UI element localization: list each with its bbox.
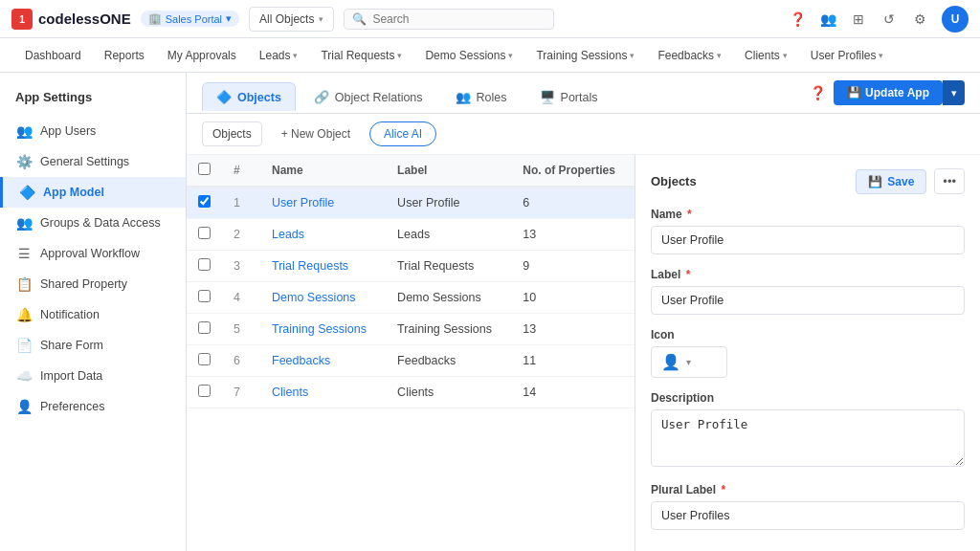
row-name[interactable]: Trial Requests (260, 251, 386, 282)
sidebar-item-share-form[interactable]: 📄 Share Form (0, 330, 186, 361)
label-input[interactable] (651, 286, 965, 315)
select-all-checkbox[interactable] (198, 163, 211, 175)
nav-feedbacks[interactable]: Feedbacks▾ (648, 43, 731, 68)
row-checkbox-cell[interactable] (187, 251, 222, 282)
table-row[interactable]: 4 Demo Sessions Demo Sessions 10 (187, 282, 635, 314)
row-checkbox-cell[interactable] (187, 345, 222, 377)
sidebar-item-import-data[interactable]: ☁️ Import Data (0, 361, 186, 391)
object-link[interactable]: Clients (272, 386, 308, 399)
table-row[interactable]: 1 User Profile User Profile 6 (187, 187, 635, 219)
object-link[interactable]: Training Sessions (272, 322, 367, 336)
tab-objects[interactable]: 🔷 Objects (202, 82, 296, 111)
nav-clients[interactable]: Clients▾ (735, 43, 797, 68)
tab-object-relations[interactable]: 🔗 Object Relations (300, 82, 437, 111)
object-link[interactable]: Trial Requests (272, 259, 348, 273)
row-checkbox-cell[interactable] (187, 282, 222, 314)
name-input[interactable] (651, 226, 965, 254)
sidebar-item-app-users[interactable]: 👥 App Users (0, 116, 186, 146)
nav-trial-requests[interactable]: Trial Requests▾ (311, 43, 412, 68)
nav-training-sessions[interactable]: Training Sessions▾ (526, 43, 644, 68)
object-link[interactable]: Leads (272, 228, 304, 241)
app-badge-arrow: ▾ (226, 12, 232, 25)
row-checkbox-cell[interactable] (187, 314, 222, 345)
row-checkbox[interactable] (198, 195, 211, 208)
description-textarea[interactable] (651, 409, 965, 467)
save-icon: 💾 (847, 86, 861, 99)
checkbox-header[interactable] (187, 155, 222, 187)
gear-icon[interactable]: ⚙ (911, 11, 928, 28)
row-properties: 14 (511, 377, 635, 408)
grid-icon[interactable]: ⊞ (850, 11, 867, 28)
row-name[interactable]: Leads (260, 219, 386, 251)
sidebar-item-app-model[interactable]: 🔷 App Model (0, 177, 186, 208)
row-name[interactable]: Training Sessions (260, 314, 386, 345)
update-app-dropdown-button[interactable]: ▾ (943, 80, 965, 105)
history-icon[interactable]: ↺ (880, 11, 898, 28)
sidebar-item-preferences[interactable]: 👤 Preferences (0, 391, 186, 422)
row-name[interactable]: Feedbacks (260, 345, 386, 377)
icon-preview: 👤 (661, 353, 680, 371)
app-badge[interactable]: 🏢 Sales Portal ▾ (141, 11, 239, 27)
avatar[interactable]: U (942, 6, 969, 33)
row-checkbox[interactable] (198, 353, 211, 365)
row-checkbox-cell[interactable] (187, 377, 222, 408)
objects-toolbar: Objects + New Object Alice AI (187, 114, 980, 155)
tab-portals[interactable]: 🖥️ Portals (525, 82, 612, 111)
sidebar-item-notification[interactable]: 🔔 Notification (0, 299, 186, 330)
row-properties: 13 (511, 314, 635, 345)
nav-user-profiles[interactable]: User Profiles▾ (801, 43, 894, 68)
nav-leads[interactable]: Leads▾ (250, 43, 308, 68)
row-label: Clients (386, 377, 511, 408)
nav-my-approvals[interactable]: My Approvals (158, 43, 246, 68)
alice-ai-button[interactable]: Alice AI (369, 121, 436, 146)
search-bar[interactable]: 🔍 (344, 9, 554, 30)
row-checkbox[interactable] (198, 290, 211, 302)
table-row[interactable]: 2 Leads Leads 13 (187, 219, 635, 251)
row-checkbox[interactable] (198, 385, 211, 397)
users-icon[interactable]: 👥 (819, 11, 836, 28)
row-checkbox-cell[interactable] (187, 187, 222, 219)
row-checkbox[interactable] (198, 321, 211, 334)
chevron-down-icon: ▾ (293, 51, 298, 60)
table-row[interactable]: 6 Feedbacks Feedbacks 11 (187, 345, 635, 377)
new-object-button[interactable]: + New Object (272, 122, 360, 145)
row-properties: 11 (511, 345, 635, 377)
row-checkbox[interactable] (198, 258, 211, 271)
sidebar-item-groups-data-access[interactable]: 👥 Groups & Data Access (0, 208, 186, 238)
search-input[interactable] (372, 12, 546, 26)
row-label: User Profile (386, 187, 511, 219)
number-header: # (222, 155, 260, 187)
sidebar-item-approval-workflow[interactable]: ☰ Approval Workflow (0, 238, 186, 269)
object-link[interactable]: Demo Sessions (272, 291, 356, 304)
nav-dashboard[interactable]: Dashboard (15, 43, 91, 68)
save-button[interactable]: 💾 Save (856, 169, 926, 194)
split-content: # Name Label No. of Properties 1 User Pr… (187, 155, 980, 551)
all-objects-dropdown[interactable]: All Objects ▾ (249, 7, 334, 32)
plural-label-input[interactable] (651, 501, 965, 530)
row-name[interactable]: User Profile (260, 187, 386, 219)
app-badge-icon: 🏢 (148, 12, 162, 25)
chevron-down-icon: ▾ (783, 51, 788, 60)
row-checkbox-cell[interactable] (187, 219, 222, 251)
help-circle-icon[interactable]: ❓ (810, 85, 826, 100)
row-number: 1 (222, 187, 260, 219)
object-link[interactable]: User Profile (272, 196, 334, 209)
icon-select-dropdown[interactable]: 👤 ▾ (651, 346, 727, 378)
row-checkbox[interactable] (198, 227, 211, 239)
table-row[interactable]: 5 Training Sessions Training Sessions 13 (187, 314, 635, 345)
object-link[interactable]: Feedbacks (272, 354, 330, 367)
more-options-button[interactable]: ••• (934, 168, 965, 194)
row-name[interactable]: Clients (260, 377, 386, 408)
table-row[interactable]: 7 Clients Clients 14 (187, 377, 635, 408)
nav-reports[interactable]: Reports (95, 43, 154, 68)
help-icon[interactable]: ❓ (789, 11, 806, 28)
sidebar-item-shared-property[interactable]: 📋 Shared Property (0, 269, 186, 299)
update-app-button[interactable]: 💾 Update App (834, 80, 943, 105)
row-name[interactable]: Demo Sessions (260, 282, 386, 314)
sidebar-item-general-settings[interactable]: ⚙️ General Settings (0, 146, 186, 177)
table-row[interactable]: 3 Trial Requests Trial Requests 9 (187, 251, 635, 282)
row-label: Demo Sessions (386, 282, 511, 314)
nav-demo-sessions[interactable]: Demo Sessions▾ (415, 43, 523, 68)
tab-roles[interactable]: 👥 Roles (441, 82, 522, 111)
objects-button[interactable]: Objects (202, 121, 262, 146)
